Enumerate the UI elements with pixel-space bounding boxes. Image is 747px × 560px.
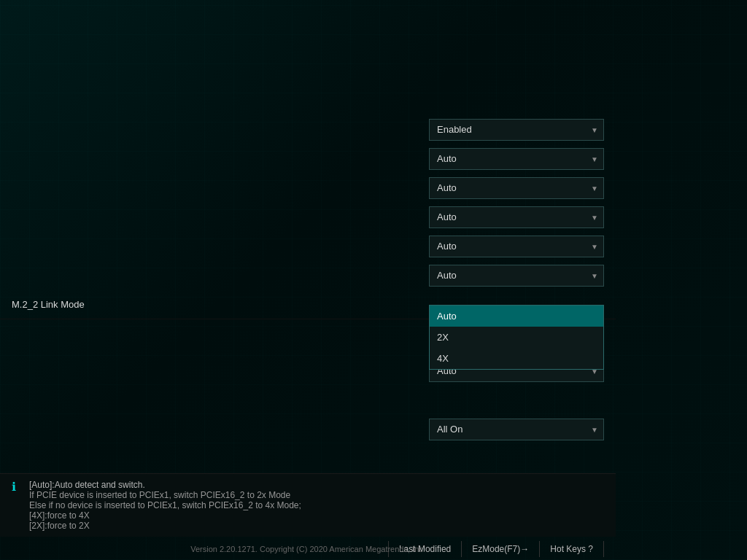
info-line-1: If PCIE device is inserted to PCIEx1, sw… [29,490,604,500]
ezmode-button[interactable]: EzMode(F7)→ [461,541,539,557]
m2-2-link-label: M.2_2 Link Mode [12,299,429,310]
m2-2-link-dropdown-list: Auto 2X 4X [429,305,604,370]
footer-version: Version 2.20.1271. Copyright (C) 2020 Am… [190,545,425,553]
footer: Version 2.20.1271. Copyright (C) 2020 Am… [0,537,616,560]
pciex16-1-mode-dropdown[interactable]: Auto 2X 4X [429,148,604,170]
led-working-dropdown-wrapper: All On All Off Stealth Mode ▼ [429,419,604,440]
info-line-0: [Auto]:Auto detect and switch. [29,480,604,490]
led-working-dropdown[interactable]: All On All Off Stealth Mode [429,419,604,440]
m2-2-link-option-2x[interactable]: 2X [430,327,603,348]
hot-keys-button[interactable]: Hot Keys ? [539,541,604,557]
m2-2-link-option-4x[interactable]: 4X [430,348,603,369]
pciex16-2-mode-dropdown[interactable]: Auto 2X 4X [429,236,604,257]
sb-link-dropdown[interactable]: Auto 2X 4X [429,206,604,228]
info-icon: ℹ [12,480,16,494]
m2-1-link-dropdown[interactable]: Auto 2X 4X [429,177,604,199]
pciex16-2-mode-dropdown-wrapper: Auto 2X 4X ▼ [429,236,604,257]
info-box: ℹ [Auto]:Auto detect and switch. If PCIE… [0,473,616,537]
pciex1-1-mode-dropdown-wrapper: Auto 2X 4X ▼ [429,265,604,287]
info-line-3: [4X]:force to 4X [29,510,604,521]
hd-audio-dropdown[interactable]: Enabled Disabled [429,119,604,141]
sb-link-dropdown-wrapper: Auto 2X 4X ▼ [429,206,604,228]
hd-audio-dropdown-wrapper: Enabled Disabled ▼ [429,119,604,141]
pciex16-1-mode-dropdown-wrapper: Auto 2X 4X ▼ [429,148,604,170]
m2-1-link-dropdown-wrapper: Auto 2X 4X ▼ [429,177,604,199]
m2-2-link-option-auto[interactable]: Auto [430,306,603,327]
footer-row: Version 2.20.1271. Copyright (C) 2020 Am… [0,541,616,557]
pciex1-1-mode-dropdown[interactable]: Auto 2X 4X [429,265,604,287]
info-line-4: [2X]:force to 2X [29,521,604,531]
info-text: [Auto]:Auto detect and switch. If PCIE d… [29,480,604,531]
setting-row-m2-2-link[interactable]: M.2_2 Link Mode Auto 2X 4X [0,290,616,319]
info-line-2: Else if no device is inserted to PCIEx1,… [29,500,604,510]
